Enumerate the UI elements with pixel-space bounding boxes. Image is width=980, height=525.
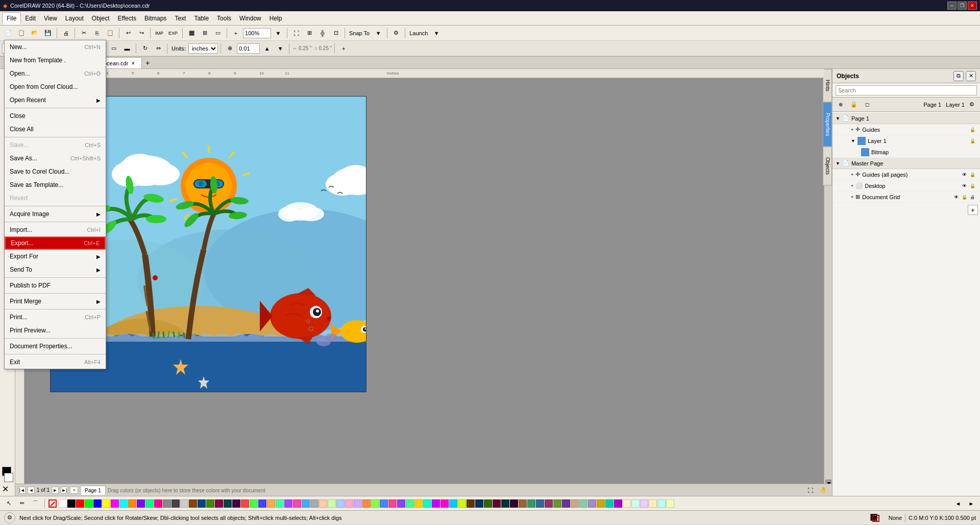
add-page-button[interactable]: +	[70, 487, 78, 494]
units-dropdown[interactable]: inches mm cm pixels	[188, 43, 218, 54]
color-swatch[interactable]	[267, 499, 275, 508]
doc-grid-print-btn[interactable]: 🖨	[969, 194, 976, 201]
color-swatch[interactable]	[510, 499, 518, 508]
menu-layout[interactable]: Layout	[61, 13, 88, 24]
lock-button[interactable]: 🔒	[848, 99, 860, 111]
color-swatch[interactable]	[258, 499, 266, 508]
import-button[interactable]: IMP	[153, 27, 165, 39]
color-swatch[interactable]	[59, 499, 67, 508]
objects-tab[interactable]: Objects	[823, 147, 832, 185]
color-swatch[interactable]	[666, 499, 674, 508]
menu-acquire-image[interactable]: Acquire Image ▶	[5, 207, 106, 221]
no-fill-swatch[interactable]	[48, 499, 57, 508]
color-swatch[interactable]	[224, 499, 232, 508]
panel-detach-button[interactable]: ⧉	[953, 71, 964, 81]
menu-file[interactable]: File	[2, 12, 21, 25]
properties-tab[interactable]: Properties	[823, 102, 832, 147]
tree-item-bitmap[interactable]: Bitmap	[832, 147, 980, 158]
corel-apps-button[interactable]: ⬛	[185, 27, 198, 39]
color-swatch[interactable]	[119, 499, 128, 508]
palette-prev-btn[interactable]: ◄	[952, 498, 964, 509]
minimize-button[interactable]: ─	[947, 2, 957, 10]
save-button[interactable]: 💾	[42, 27, 54, 39]
color-swatch[interactable]	[432, 499, 440, 508]
menu-revert[interactable]: Revert	[5, 192, 106, 205]
color-swatch[interactable]	[614, 499, 622, 508]
menu-export-for[interactable]: Export For ▶	[5, 250, 106, 263]
menu-print-preview[interactable]: Print Preview...	[5, 324, 106, 337]
color-swatch[interactable]	[449, 499, 457, 508]
color-swatch[interactable]	[536, 499, 544, 508]
nudge-input[interactable]	[237, 43, 260, 54]
color-swatch[interactable]	[588, 499, 596, 508]
color-swatch[interactable]	[501, 499, 509, 508]
launch-dropdown[interactable]: ▼	[430, 27, 443, 39]
color-swatch[interactable]	[345, 499, 353, 508]
color-swatch[interactable]	[484, 499, 492, 508]
color-swatch[interactable]	[562, 499, 570, 508]
color-swatch[interactable]	[475, 499, 483, 508]
guides-lock-btn[interactable]: 🔒	[969, 126, 976, 133]
canvas-pan[interactable]: 🤚	[818, 485, 829, 496]
color-swatch[interactable]	[137, 499, 145, 508]
color-swatch[interactable]	[76, 499, 84, 508]
color-swatch[interactable]	[293, 499, 301, 508]
background-color[interactable]	[4, 473, 13, 482]
color-swatch[interactable]	[198, 499, 206, 508]
color-swatch[interactable]	[553, 499, 561, 508]
color-swatch[interactable]	[67, 499, 76, 508]
hints-tab[interactable]: Hints	[823, 69, 832, 102]
color-swatch[interactable]	[640, 499, 648, 508]
color-swatch[interactable]	[362, 499, 371, 508]
bezier-btn[interactable]: ⌒	[30, 498, 41, 509]
menu-open-cloud[interactable]: Open from Corel Cloud...	[5, 80, 106, 93]
nudge-dn[interactable]: ▼	[274, 42, 286, 55]
grid-button[interactable]: ⊞	[303, 27, 315, 39]
color-swatch[interactable]	[102, 499, 110, 508]
color-swatch[interactable]	[93, 499, 102, 508]
color-swatch[interactable]	[128, 499, 136, 508]
desktop-vis-btn[interactable]: 👁	[961, 182, 968, 189]
snap-button[interactable]: ⊡	[330, 27, 342, 39]
color-swatch[interactable]	[649, 499, 657, 508]
page-prev-button[interactable]: ◄	[28, 487, 35, 494]
color-swatch[interactable]	[458, 499, 466, 508]
search-input[interactable]	[836, 85, 977, 96]
tree-item-guides-all[interactable]: + ✛ Guides (all pages) 👁 🔒	[832, 169, 980, 180]
color-swatch[interactable]	[215, 499, 223, 508]
color-swatch[interactable]	[380, 499, 388, 508]
menu-tools[interactable]: Tools	[213, 13, 235, 24]
color-swatch[interactable]	[319, 499, 327, 508]
color-swatch[interactable]	[467, 499, 475, 508]
color-swatch[interactable]	[414, 499, 423, 508]
panel-close-button[interactable]: ✕	[966, 71, 976, 81]
scroll-area[interactable]	[24, 78, 824, 488]
color-swatch[interactable]	[388, 499, 397, 508]
color-swatch[interactable]	[172, 499, 180, 508]
color-swatch[interactable]	[597, 499, 605, 508]
redo-button[interactable]: ↪	[135, 27, 148, 39]
menu-doc-props[interactable]: Document Properties...	[5, 340, 106, 353]
color-swatch[interactable]	[206, 499, 214, 508]
menu-edit[interactable]: Edit	[21, 13, 40, 24]
menu-exit[interactable]: Exit Alt+F4	[5, 355, 106, 369]
zoom-out-button[interactable]: ▼	[272, 27, 284, 39]
color-swatch[interactable]	[623, 499, 631, 508]
color-swatch[interactable]	[354, 499, 362, 508]
menu-close-all[interactable]: Close All	[5, 123, 106, 136]
new-from-template-button[interactable]: 📋	[15, 27, 28, 39]
menu-print[interactable]: Print... Ctrl+P	[5, 311, 106, 324]
page-next-button[interactable]: ►	[52, 487, 59, 494]
open-button[interactable]: 📂	[29, 27, 41, 39]
color-swatch[interactable]	[371, 499, 379, 508]
nudge-up[interactable]: ▲	[261, 42, 273, 55]
color-swatch[interactable]	[111, 499, 119, 508]
tree-section-masterpage-header[interactable]: ▼ 📄 Master Page	[832, 158, 980, 169]
palette-next-btn[interactable]: ►	[966, 498, 977, 509]
canvas-zoom-fit[interactable]: ⛶	[804, 485, 816, 496]
menu-save[interactable]: Save... Ctrl+S	[5, 138, 106, 152]
guides-all-vis-btn[interactable]: 👁	[961, 171, 968, 178]
menu-save-cloud[interactable]: Save to Corel Cloud...	[5, 165, 106, 178]
doc-grid-vis-btn[interactable]: 👁	[952, 194, 960, 201]
copy-button[interactable]: ⎘	[91, 27, 103, 39]
